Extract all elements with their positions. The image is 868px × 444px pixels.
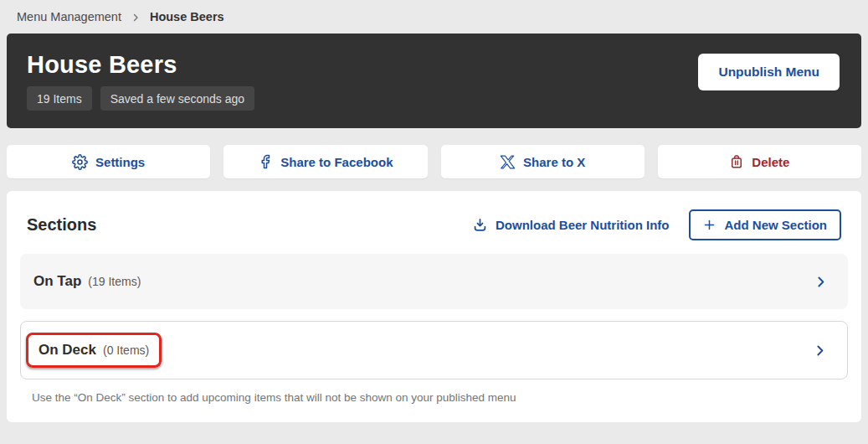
share-x-button[interactable]: Share to X [441,145,645,178]
section-rows: On Tap (19 Items) On Deck (0 Items) [20,254,848,379]
section-name: On Deck [39,342,96,359]
settings-button[interactable]: Settings [7,145,210,178]
section-item-count: (19 Items) [88,275,141,288]
breadcrumb-link-menu-management[interactable]: Menu Management [17,10,121,23]
breadcrumb-current-page: House Beers [150,10,224,23]
unpublish-menu-button[interactable]: Unpublish Menu [698,54,840,90]
share-x-button-label: Share to X [523,155,585,169]
share-facebook-button-label: Share to Facebook [280,155,393,169]
gear-icon [72,154,88,170]
sections-panel-header: Sections Download Beer Nutrition Info Ad… [7,209,861,240]
sections-heading: Sections [27,215,96,235]
section-row-on-tap[interactable]: On Tap (19 Items) [20,254,848,309]
chevron-right-icon [813,343,827,358]
on-deck-help-text: Use the “On Deck” section to add upcomin… [20,391,848,404]
sections-panel: Sections Download Beer Nutrition Info Ad… [7,191,861,422]
delete-menu-button-label: Delete [752,155,789,169]
x-logo-icon [500,154,516,170]
trash-icon [729,154,744,169]
share-facebook-button[interactable]: Share to Facebook [223,145,427,178]
plus-icon [703,219,716,231]
section-name: On Tap [33,273,81,290]
chevron-right-icon [814,275,828,289]
download-nutrition-link[interactable]: Download Beer Nutrition Info [472,217,670,233]
add-new-section-button-label: Add New Section [724,218,827,232]
breadcrumb-chevron-icon [131,13,141,23]
breadcrumb: Menu Management House Beers [0,0,868,34]
menu-header: House Beers 19 Items Saved a few seconds… [7,34,861,128]
download-icon [472,217,488,233]
settings-button-label: Settings [95,155,145,169]
section-item-count: (0 Items) [103,343,149,357]
delete-menu-button[interactable]: Delete [658,145,861,178]
download-nutrition-link-label: Download Beer Nutrition Info [496,218,670,232]
facebook-icon [258,154,273,169]
saved-status-badge: Saved a few seconds ago [100,86,254,111]
sections-actions: Download Beer Nutrition Info Add New Sec… [472,209,841,240]
menu-toolbar: Settings Share to Facebook Share to X De… [7,145,861,178]
add-new-section-button[interactable]: Add New Section [689,209,841,240]
item-count-badge: 19 Items [27,86,92,111]
annotation-highlight: On Deck (0 Items) [26,333,162,368]
section-row-on-deck[interactable]: On Deck (0 Items) [20,321,848,379]
